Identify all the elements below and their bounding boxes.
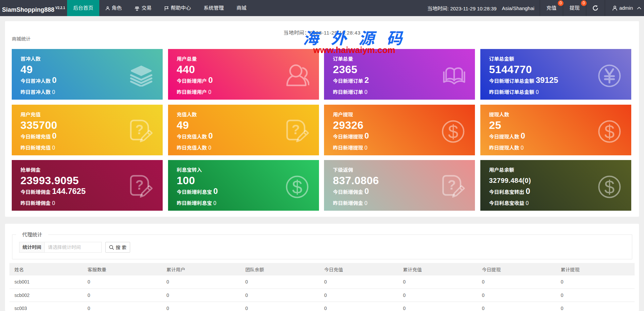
svg-text:$: $: [448, 121, 459, 142]
svg-text:$: $: [292, 177, 302, 198]
svg-text:$: $: [604, 177, 615, 198]
svg-text:?: ?: [136, 122, 144, 137]
svg-text:?: ?: [136, 177, 144, 192]
svg-text:?: ?: [291, 122, 300, 137]
svg-text:?: ?: [448, 177, 456, 192]
svg-text:$: $: [604, 121, 615, 142]
